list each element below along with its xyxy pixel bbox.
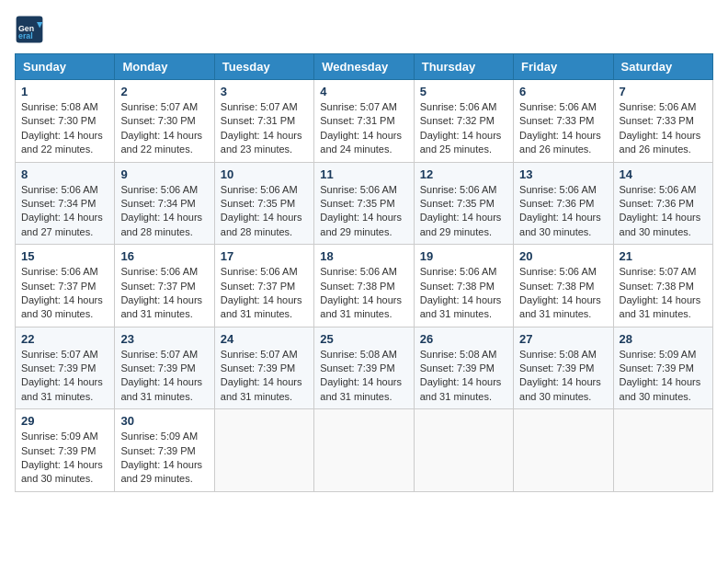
sunset-label: Sunset: 7:39 PM	[221, 362, 295, 373]
svg-text:eral: eral	[18, 31, 33, 40]
sunrise-label: Sunrise: 5:08 AM	[420, 349, 497, 360]
sunset-label: Sunset: 7:37 PM	[221, 281, 295, 292]
col-header-sunday: Sunday	[16, 54, 115, 80]
calendar-cell: 21 Sunrise: 5:07 AM Sunset: 7:38 PM Dayl…	[613, 245, 712, 327]
sunrise-label: Sunrise: 5:08 AM	[519, 349, 597, 360]
sunset-label: Sunset: 7:32 PM	[420, 115, 495, 126]
day-number: 2	[120, 85, 208, 98]
day-info: Sunrise: 5:08 AM Sunset: 7:39 PM Dayligh…	[420, 348, 507, 405]
day-info: Sunrise: 5:08 AM Sunset: 7:39 PM Dayligh…	[320, 348, 407, 405]
sunset-label: Sunset: 7:39 PM	[120, 445, 195, 456]
day-number: 27	[519, 332, 607, 346]
calendar-cell	[214, 409, 313, 492]
day-number: 4	[320, 85, 407, 98]
day-info: Sunrise: 5:06 AM Sunset: 7:35 PM Dayligh…	[420, 183, 507, 240]
sunrise-label: Sunrise: 5:07 AM	[120, 101, 198, 112]
sunset-label: Sunset: 7:35 PM	[420, 198, 495, 209]
sunset-label: Sunset: 7:39 PM	[620, 362, 694, 373]
day-info: Sunrise: 5:06 AM Sunset: 7:37 PM Dayligh…	[120, 265, 208, 322]
sunset-label: Sunset: 7:31 PM	[221, 115, 295, 126]
day-info: Sunrise: 5:07 AM Sunset: 7:39 PM Dayligh…	[120, 348, 208, 405]
daylight-label: Daylight: 14 hours and 31 minutes.	[320, 376, 402, 401]
day-number: 1	[21, 85, 108, 98]
calendar-cell: 22 Sunrise: 5:07 AM Sunset: 7:39 PM Dayl…	[16, 327, 115, 409]
sunset-label: Sunset: 7:36 PM	[620, 198, 694, 209]
day-number: 6	[519, 85, 607, 98]
day-info: Sunrise: 5:07 AM Sunset: 7:30 PM Dayligh…	[120, 100, 208, 157]
calendar-cell: 14 Sunrise: 5:06 AM Sunset: 7:36 PM Dayl…	[613, 162, 712, 245]
calendar-cell	[514, 409, 613, 492]
day-info: Sunrise: 5:06 AM Sunset: 7:35 PM Dayligh…	[320, 183, 407, 240]
daylight-label: Daylight: 14 hours and 31 minutes.	[519, 294, 601, 319]
day-number: 15	[21, 249, 108, 263]
calendar-cell: 27 Sunrise: 5:08 AM Sunset: 7:39 PM Dayl…	[514, 327, 613, 409]
daylight-label: Daylight: 14 hours and 29 minutes.	[420, 212, 502, 236]
day-number: 12	[420, 167, 507, 181]
day-info: Sunrise: 5:06 AM Sunset: 7:34 PM Dayligh…	[21, 183, 108, 240]
sunrise-label: Sunrise: 5:07 AM	[120, 349, 198, 360]
sunrise-label: Sunrise: 5:06 AM	[221, 266, 298, 277]
calendar-cell: 9 Sunrise: 5:06 AM Sunset: 7:34 PM Dayli…	[115, 162, 214, 245]
day-info: Sunrise: 5:08 AM Sunset: 7:30 PM Dayligh…	[21, 100, 108, 157]
sunrise-label: Sunrise: 5:09 AM	[620, 349, 697, 360]
sunrise-label: Sunrise: 5:07 AM	[320, 101, 397, 112]
daylight-label: Daylight: 14 hours and 31 minutes.	[221, 294, 302, 319]
calendar-cell: 7 Sunrise: 5:06 AM Sunset: 7:33 PM Dayli…	[613, 80, 712, 163]
calendar-cell: 25 Sunrise: 5:08 AM Sunset: 7:39 PM Dayl…	[314, 327, 414, 409]
sunset-label: Sunset: 7:39 PM	[21, 445, 96, 456]
daylight-label: Daylight: 14 hours and 30 minutes.	[620, 376, 701, 401]
day-number: 17	[221, 249, 308, 263]
daylight-label: Daylight: 14 hours and 31 minutes.	[120, 376, 202, 401]
day-number: 25	[320, 332, 407, 346]
calendar-cell: 29 Sunrise: 5:09 AM Sunset: 7:39 PM Dayl…	[16, 409, 115, 492]
sunset-label: Sunset: 7:35 PM	[320, 198, 394, 209]
sunset-label: Sunset: 7:33 PM	[519, 115, 594, 126]
daylight-label: Daylight: 14 hours and 31 minutes.	[620, 294, 701, 319]
day-info: Sunrise: 5:07 AM Sunset: 7:31 PM Dayligh…	[320, 100, 407, 157]
daylight-label: Daylight: 14 hours and 31 minutes.	[221, 376, 302, 401]
day-number: 11	[320, 167, 407, 181]
calendar-week-row: 22 Sunrise: 5:07 AM Sunset: 7:39 PM Dayl…	[16, 327, 713, 409]
col-header-friday: Friday	[514, 54, 613, 80]
sunset-label: Sunset: 7:38 PM	[420, 281, 495, 292]
sunrise-label: Sunrise: 5:06 AM	[620, 101, 697, 112]
calendar-cell	[414, 409, 513, 492]
day-info: Sunrise: 5:06 AM Sunset: 7:38 PM Dayligh…	[519, 265, 607, 322]
day-info: Sunrise: 5:09 AM Sunset: 7:39 PM Dayligh…	[21, 430, 108, 487]
daylight-label: Daylight: 14 hours and 30 minutes.	[519, 212, 601, 236]
sunset-label: Sunset: 7:37 PM	[21, 281, 96, 292]
logo-icon: Gen eral	[15, 15, 44, 44]
day-number: 10	[221, 167, 308, 181]
calendar-cell: 1 Sunrise: 5:08 AM Sunset: 7:30 PM Dayli…	[16, 80, 115, 163]
col-header-thursday: Thursday	[414, 54, 513, 80]
calendar-week-row: 15 Sunrise: 5:06 AM Sunset: 7:37 PM Dayl…	[16, 245, 713, 327]
sunset-label: Sunset: 7:38 PM	[320, 281, 394, 292]
calendar-cell: 13 Sunrise: 5:06 AM Sunset: 7:36 PM Dayl…	[514, 162, 613, 245]
day-number: 21	[620, 249, 707, 263]
daylight-label: Daylight: 14 hours and 27 minutes.	[21, 212, 103, 236]
sunrise-label: Sunrise: 5:06 AM	[21, 184, 98, 195]
calendar-table: SundayMondayTuesdayWednesdayThursdayFrid…	[15, 53, 713, 492]
sunrise-label: Sunrise: 5:06 AM	[519, 101, 597, 112]
calendar-cell: 28 Sunrise: 5:09 AM Sunset: 7:39 PM Dayl…	[613, 327, 712, 409]
day-info: Sunrise: 5:06 AM Sunset: 7:33 PM Dayligh…	[620, 100, 707, 157]
sunset-label: Sunset: 7:36 PM	[519, 198, 594, 209]
daylight-label: Daylight: 14 hours and 22 minutes.	[21, 130, 103, 155]
day-number: 13	[519, 167, 607, 181]
day-info: Sunrise: 5:06 AM Sunset: 7:36 PM Dayligh…	[519, 183, 607, 240]
sunrise-label: Sunrise: 5:09 AM	[21, 431, 98, 442]
calendar-cell: 23 Sunrise: 5:07 AM Sunset: 7:39 PM Dayl…	[115, 327, 214, 409]
sunset-label: Sunset: 7:39 PM	[420, 362, 495, 373]
day-number: 20	[519, 249, 607, 263]
calendar-cell: 6 Sunrise: 5:06 AM Sunset: 7:33 PM Dayli…	[514, 80, 613, 163]
calendar-cell: 20 Sunrise: 5:06 AM Sunset: 7:38 PM Dayl…	[514, 245, 613, 327]
sunrise-label: Sunrise: 5:06 AM	[221, 184, 298, 195]
sunrise-label: Sunrise: 5:06 AM	[21, 266, 98, 277]
calendar-cell: 8 Sunrise: 5:06 AM Sunset: 7:34 PM Dayli…	[16, 162, 115, 245]
col-header-monday: Monday	[115, 54, 214, 80]
sunrise-label: Sunrise: 5:08 AM	[320, 349, 397, 360]
calendar-cell	[613, 409, 712, 492]
calendar-cell: 5 Sunrise: 5:06 AM Sunset: 7:32 PM Dayli…	[414, 80, 513, 163]
day-number: 29	[21, 414, 108, 428]
sunrise-label: Sunrise: 5:07 AM	[221, 101, 298, 112]
